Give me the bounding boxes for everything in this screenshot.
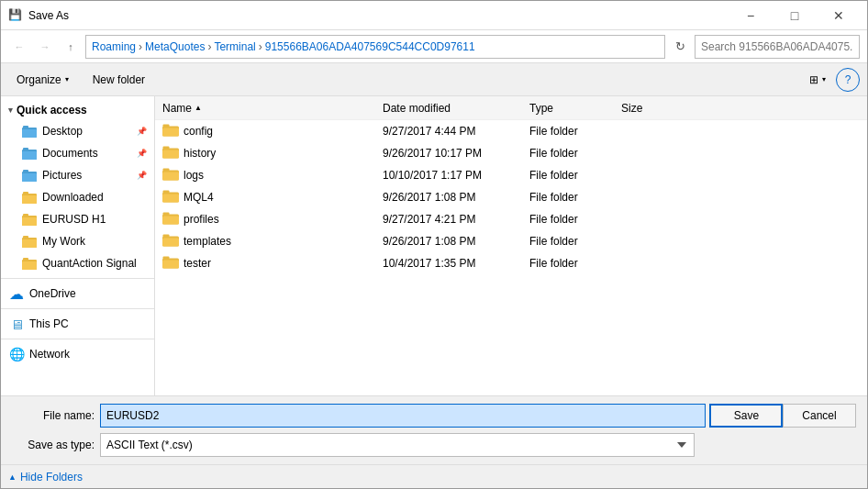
organize-button[interactable]: Organize ▾	[8, 68, 77, 92]
file-name: templates	[184, 235, 231, 248]
folder-icon	[162, 233, 179, 250]
network-icon: 🌐	[8, 346, 25, 362]
new-folder-button[interactable]: New folder	[84, 68, 153, 92]
refresh-button[interactable]: ↻	[669, 36, 691, 58]
file-date: 10/4/2017 1:35 PM	[383, 257, 529, 270]
table-row[interactable]: tester 10/4/2017 1:35 PM File folder	[155, 252, 867, 274]
save-button[interactable]: Save	[709, 404, 783, 428]
divider-3	[1, 339, 154, 339]
desktop-label: Desktop	[42, 125, 83, 138]
breadcrumb-roaming[interactable]: Roaming	[92, 40, 136, 53]
sidebar-item-network[interactable]: 🌐 Network	[1, 343, 154, 365]
back-button[interactable]: ←	[8, 36, 30, 58]
breadcrumb[interactable]: Roaming › MetaQuotes › Terminal › 915566…	[85, 35, 665, 59]
close-button[interactable]: ✕	[818, 1, 860, 30]
dialog-title: Save As	[28, 9, 729, 22]
sidebar-item-mywork[interactable]: My Work	[1, 230, 154, 252]
svg-rect-26	[163, 147, 170, 150]
main-area: ▾ Quick access Desktop 📌	[1, 96, 867, 395]
file-name: MQL4	[184, 191, 214, 204]
pin-icon-docs: 📌	[137, 149, 147, 158]
quick-access-section: ▾ Quick access Desktop 📌	[1, 100, 154, 274]
sidebar-item-onedrive[interactable]: ☁ OneDrive	[1, 283, 154, 305]
svg-rect-16	[22, 239, 37, 248]
minimize-button[interactable]: −	[729, 1, 772, 30]
divider-1	[1, 278, 154, 279]
downloaded-icon	[21, 189, 38, 206]
table-row[interactable]: templates 9/26/2017 1:08 PM File folder	[155, 230, 867, 252]
thispc-label: This PC	[29, 317, 69, 330]
folder-icon	[162, 145, 179, 161]
quantaction-label: QuantAction Signal	[42, 257, 137, 270]
folder-icon	[162, 255, 179, 272]
sidebar-item-eurusd[interactable]: EURUSD H1	[1, 208, 154, 230]
col-header-type[interactable]: Type	[529, 102, 621, 115]
hide-folders-button[interactable]: ▲ Hide Folders	[8, 471, 83, 483]
file-type: File folder	[529, 257, 621, 270]
mywork-label: My Work	[42, 235, 85, 248]
sidebar-item-desktop[interactable]: Desktop 📌	[1, 120, 154, 142]
maximize-button[interactable]: □	[773, 1, 816, 30]
table-row[interactable]: MQL4 9/26/2017 1:08 PM File folder	[155, 186, 867, 208]
table-row[interactable]: config 9/27/2017 4:44 PM File folder	[155, 120, 867, 142]
up-button[interactable]: ↑	[60, 36, 82, 58]
table-row[interactable]: logs 10/10/2017 1:17 PM File folder	[155, 164, 867, 186]
help-button[interactable]: ?	[836, 68, 860, 92]
svg-rect-38	[163, 235, 170, 238]
sidebar-item-quantaction[interactable]: QuantAction Signal	[1, 252, 154, 274]
file-date: 9/27/2017 4:44 PM	[383, 125, 529, 138]
svg-rect-25	[162, 150, 179, 159]
file-name: logs	[184, 169, 204, 182]
file-type: File folder	[529, 169, 621, 182]
search-input[interactable]	[695, 35, 860, 59]
breadcrumb-folder-id[interactable]: 915566BA06ADA407569C544CC0D97611	[265, 40, 475, 53]
file-name: history	[184, 147, 216, 160]
file-type: File folder	[529, 125, 621, 138]
sidebar: ▾ Quick access Desktop 📌	[1, 96, 155, 395]
svg-rect-37	[162, 239, 179, 247]
view-button[interactable]: ⊞ ▾	[803, 68, 832, 92]
eurusd-label: EURUSD H1	[42, 213, 106, 226]
table-row[interactable]: history 9/26/2017 10:17 PM File folder	[155, 142, 867, 164]
quick-access-header[interactable]: ▾ Quick access	[1, 100, 154, 120]
filetype-select[interactable]: ASCII Text (*.csv)	[100, 433, 695, 457]
svg-rect-28	[162, 172, 179, 181]
dialog-icon: 💾	[8, 8, 23, 23]
thispc-icon: 🖥	[8, 316, 25, 332]
breadcrumb-metaquotes[interactable]: MetaQuotes	[145, 40, 205, 53]
svg-rect-35	[163, 213, 170, 216]
sort-arrow-icon: ▲	[195, 104, 202, 112]
documents-label: Documents	[42, 147, 98, 160]
filename-input[interactable]	[100, 404, 706, 428]
col-header-date[interactable]: Date modified	[383, 102, 529, 115]
sidebar-item-documents[interactable]: Documents 📌	[1, 142, 154, 164]
svg-rect-41	[163, 257, 170, 260]
view-icon: ⊞	[809, 73, 818, 86]
sidebar-item-pictures[interactable]: Pictures 📌	[1, 164, 154, 186]
file-type: File folder	[529, 147, 621, 160]
filetype-row: Save as type: ASCII Text (*.csv)	[12, 433, 856, 457]
svg-rect-5	[23, 148, 28, 150]
svg-rect-23	[163, 125, 170, 128]
svg-rect-10	[22, 195, 37, 204]
divider-2	[1, 308, 154, 309]
col-header-size[interactable]: Size	[621, 102, 695, 115]
breadcrumb-terminal[interactable]: Terminal	[214, 40, 255, 53]
cancel-button[interactable]: Cancel	[783, 404, 856, 428]
table-row[interactable]: profiles 9/27/2017 4:21 PM File folder	[155, 208, 867, 230]
file-list-area: Name ▲ Date modified Type Size	[155, 96, 867, 395]
pictures-label: Pictures	[42, 169, 82, 182]
sidebar-item-thispc[interactable]: 🖥 This PC	[1, 313, 154, 335]
col-header-name[interactable]: Name ▲	[162, 102, 383, 115]
svg-rect-4	[22, 151, 37, 160]
svg-rect-11	[23, 192, 28, 194]
folder-icon	[162, 123, 179, 139]
quick-access-label: Quick access	[17, 104, 87, 117]
svg-rect-32	[163, 191, 170, 194]
mywork-icon	[21, 233, 38, 250]
toolbar: Organize ▾ New folder ⊞ ▾ ?	[1, 63, 867, 96]
forward-button[interactable]: →	[34, 36, 56, 58]
svg-rect-34	[162, 217, 179, 225]
file-name: profiles	[184, 213, 219, 226]
sidebar-item-downloaded[interactable]: Downloaded	[1, 186, 154, 208]
